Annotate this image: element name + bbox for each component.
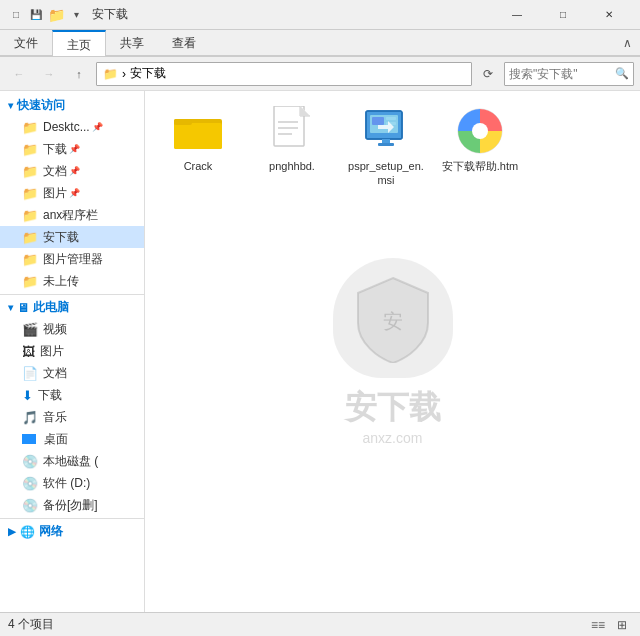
quick-access-label: 快速访问 [17,97,65,114]
title-bar-icons: □ 💾 📁 ▾ [8,7,84,23]
status-bar-right: ≡≡ ⊞ [588,615,632,635]
search-input[interactable] [509,67,615,81]
file-item-msi[interactable]: pspr_setup_en.msi [341,99,431,196]
network-header[interactable]: ▶ 🌐 网络 [0,521,144,542]
view-grid-button[interactable]: ⊞ [612,615,632,635]
this-pc-icon: 🖥 [17,301,29,315]
network-label: 网络 [39,523,63,540]
pictures-icon: 🖼 [22,344,35,359]
watermark-text-en: anxz.com [333,430,453,446]
view-list-button[interactable]: ≡≡ [588,615,608,635]
network-icon: 🌐 [20,525,35,539]
watermark-shield: 安 [333,258,453,378]
network-section: ▶ 🌐 网络 [0,521,144,542]
file-item-png[interactable]: pnghhbd. [247,99,337,196]
sidebar-item-backup[interactable]: 💿 备份[勿删] [0,494,144,516]
search-icon: 🔍 [615,67,629,80]
svg-rect-2 [174,123,222,149]
music-icon: 🎵 [22,410,38,425]
sidebar-item-video-label: 视频 [43,321,67,338]
quick-access-header[interactable]: ▾ 快速访问 [0,95,144,116]
svg-point-18 [472,123,488,139]
hdd-icon-1: 💿 [22,454,38,469]
svg-rect-11 [372,117,384,125]
file-item-crack[interactable]: Crack [153,99,243,196]
sidebar-item-backup-label: 备份[勿删] [43,497,98,514]
minimize-button[interactable]: — [494,0,540,30]
forward-button[interactable]: → [36,62,62,86]
folder-icon-picmgr: 📁 [22,252,38,267]
status-bar: 4 个项目 ≡≡ ⊞ [0,612,640,636]
sidebar-item-video[interactable]: 🎬 视频 [0,318,144,340]
desktop-icon [22,434,36,444]
search-box[interactable]: 🔍 [504,62,634,86]
tab-file[interactable]: 文件 [0,30,52,55]
folder-icon-docs: 📁 [22,164,38,179]
sidebar-item-upload-label: 未上传 [43,273,79,290]
sidebar-item-dl2[interactable]: ⬇ 下载 [0,384,144,406]
this-pc-label: 此电脑 [33,299,69,316]
ribbon: 文件 主页 共享 查看 ∧ [0,30,640,57]
sidebar-item-doc2[interactable]: 📄 文档 [0,362,144,384]
folder-icon-desktop: 📁 [22,120,38,135]
sidebar-item-picmgr-label: 图片管理器 [43,251,103,268]
path-current: 安下载 [130,65,166,82]
file-item-htm[interactable]: 安下载帮助.htm [435,99,525,196]
sidebar-item-anxdl[interactable]: 📁 安下载 [0,226,144,248]
pin-icon-pic: 📌 [69,188,80,198]
path-folder-icon: 📁 [103,67,118,81]
sidebar-item-pic2[interactable]: 🖼 图片 [0,340,144,362]
hdd-icon-3: 💿 [22,498,38,513]
folder-icon-downloads: 📁 [22,142,38,157]
status-count: 4 个项目 [8,616,54,633]
sidebar-item-anx[interactable]: 📁 anx程序栏 [0,204,144,226]
window-title: 安下载 [92,6,494,23]
tab-home[interactable]: 主页 [52,30,106,56]
sidebar-item-hdd2[interactable]: 💿 软件 (D:) [0,472,144,494]
ribbon-collapse[interactable]: ∧ [615,30,640,55]
sidebar-item-downloads[interactable]: 📁 下载 📌 [0,138,144,160]
tab-share[interactable]: 共享 [106,30,158,55]
sidebar-item-pictures[interactable]: 📁 图片 📌 [0,182,144,204]
sidebar-item-hdd1-label: 本地磁盘 ( [43,453,98,470]
file-content: 安 安下载 anxz.com Crack [145,91,640,612]
back-button[interactable]: ← [6,62,32,86]
sidebar-item-documents[interactable]: 📁 文档 📌 [0,160,144,182]
watermark: 安 安下载 anxz.com [333,258,453,446]
quick-access-collapse-icon: ▾ [8,100,13,111]
sidebar-item-music[interactable]: 🎵 音乐 [0,406,144,428]
address-path[interactable]: 📁 › 安下载 [96,62,472,86]
msi-svg [362,107,410,155]
refresh-button[interactable]: ⟳ [476,62,500,86]
folder-icon: 📁 [48,7,64,23]
address-bar: ← → ↑ 📁 › 安下载 ⟳ 🔍 [0,57,640,91]
folder-icon-upload: 📁 [22,274,38,289]
sidebar-divider-2 [0,518,144,519]
folder-icon-pics: 📁 [22,186,38,201]
sidebar-divider-1 [0,294,144,295]
watermark-text-cn: 安下载 [333,386,453,430]
sidebar-item-pic2-label: 图片 [40,343,64,360]
sidebar-item-desktop2[interactable]: 桌面 [0,428,144,450]
doc-svg-png [272,106,312,156]
maximize-button[interactable]: □ [540,0,586,30]
up-button[interactable]: ↑ [66,62,92,86]
close-button[interactable]: ✕ [586,0,632,30]
main-area: ▾ 快速访问 📁 Desktc... 📌 📁 下载 📌 📁 文档 📌 📁 图片 [0,91,640,612]
this-pc-header[interactable]: ▾ 🖥 此电脑 [0,297,144,318]
htm-svg [456,107,504,155]
dropdown-arrow: ▾ [68,7,84,23]
sidebar-item-picmgr[interactable]: 📁 图片管理器 [0,248,144,270]
this-pc-section: ▾ 🖥 此电脑 🎬 视频 🖼 图片 📄 文档 ⬇ 下载 🎵 [0,297,144,516]
sidebar-item-hdd1[interactable]: 💿 本地磁盘 ( [0,450,144,472]
sidebar-item-pictures-label: 图片 [43,185,67,202]
folder-icon-anxdl: 📁 [22,230,38,245]
svg-rect-14 [382,139,390,143]
window-controls: — □ ✕ [494,0,632,30]
sidebar-item-upload[interactable]: 📁 未上传 [0,270,144,292]
file-name-htm: 安下载帮助.htm [442,159,518,173]
file-name-png: pnghhbd. [269,159,315,173]
sidebar-item-desktop[interactable]: 📁 Desktc... 📌 [0,116,144,138]
tab-view[interactable]: 查看 [158,30,210,55]
this-pc-collapse-icon: ▾ [8,302,13,313]
